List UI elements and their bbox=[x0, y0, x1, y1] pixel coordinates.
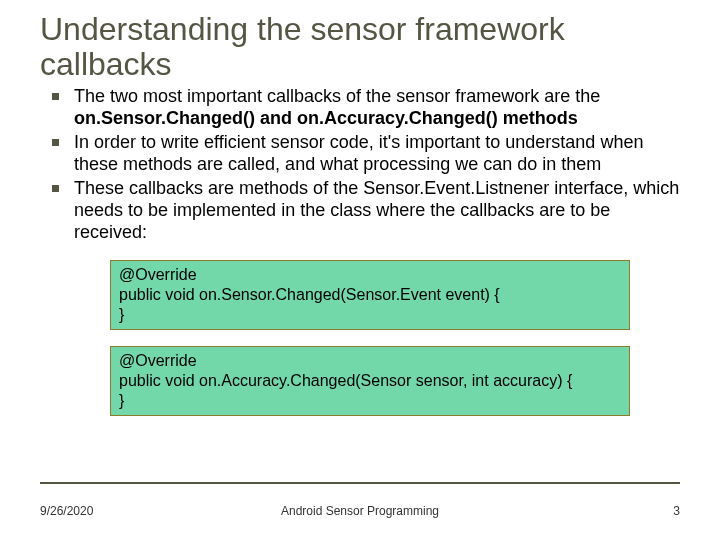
bullet-text-pre: The two most important callbacks of the … bbox=[74, 86, 600, 106]
slide-title: Understanding the sensor framework callb… bbox=[40, 12, 680, 82]
code-block: @Override public void on.Sensor.Changed(… bbox=[110, 260, 630, 330]
bullet-item: These callbacks are methods of the Senso… bbox=[52, 178, 680, 244]
bullet-text-pre: These callbacks are methods of the Senso… bbox=[74, 178, 679, 242]
code-block: @Override public void on.Accuracy.Change… bbox=[110, 346, 630, 416]
bullet-item: In order to write efficient sensor code,… bbox=[52, 132, 680, 176]
slide: Understanding the sensor framework callb… bbox=[0, 0, 720, 540]
footer-center: Android Sensor Programming bbox=[40, 504, 680, 518]
footer: 9/26/2020 Android Sensor Programming 3 bbox=[40, 504, 680, 518]
bullet-text-pre: In order to write efficient sensor code,… bbox=[74, 132, 643, 174]
bullet-item: The two most important callbacks of the … bbox=[52, 86, 680, 130]
bullet-text-bold: on.Sensor.Changed() and on.Accuracy.Chan… bbox=[74, 108, 578, 128]
bullet-list: The two most important callbacks of the … bbox=[40, 86, 680, 244]
footer-divider bbox=[40, 482, 680, 484]
